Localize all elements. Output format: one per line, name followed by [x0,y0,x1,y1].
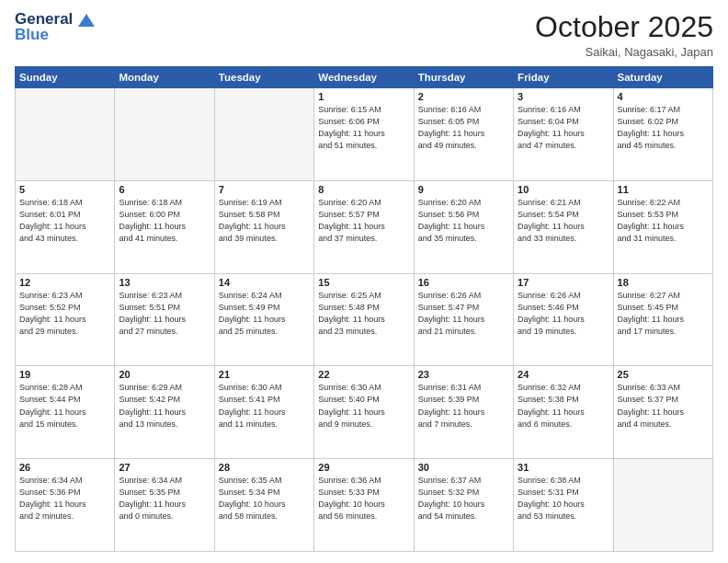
day-info: Sunrise: 6:34 AM Sunset: 5:35 PM Dayligh… [119,475,210,523]
day-info: Sunrise: 6:37 AM Sunset: 5:32 PM Dayligh… [418,475,509,523]
calendar-cell: 25Sunrise: 6:33 AM Sunset: 5:37 PM Dayli… [613,366,712,459]
day-number: 13 [119,277,210,288]
day-info: Sunrise: 6:18 AM Sunset: 6:01 PM Dayligh… [19,197,110,245]
day-number: 2 [418,91,509,102]
calendar-cell: 2Sunrise: 6:16 AM Sunset: 6:05 PM Daylig… [414,88,513,181]
calendar-page: General Blue October 2025 Saikai, Nagasa… [0,0,728,563]
day-number: 16 [418,277,509,288]
day-number: 24 [518,369,609,380]
calendar-cell: 16Sunrise: 6:26 AM Sunset: 5:47 PM Dayli… [414,273,513,366]
day-number: 19 [19,369,110,380]
calendar-cell [16,88,115,181]
day-number: 23 [418,369,509,380]
calendar-table: Sunday Monday Tuesday Wednesday Thursday… [15,66,713,552]
calendar-cell: 4Sunrise: 6:17 AM Sunset: 6:02 PM Daylig… [613,88,712,181]
header-thursday: Thursday [414,67,513,88]
day-number: 14 [219,277,310,288]
title-block: October 2025 Saikai, Nagasaki, Japan [535,11,713,59]
calendar-cell [214,88,313,181]
calendar-week-row: 5Sunrise: 6:18 AM Sunset: 6:01 PM Daylig… [16,180,713,273]
day-number: 3 [518,91,609,102]
calendar-cell: 13Sunrise: 6:23 AM Sunset: 5:51 PM Dayli… [115,273,214,366]
day-info: Sunrise: 6:15 AM Sunset: 6:06 PM Dayligh… [318,104,409,152]
calendar-cell: 6Sunrise: 6:18 AM Sunset: 6:00 PM Daylig… [115,180,214,273]
calendar-cell: 30Sunrise: 6:37 AM Sunset: 5:32 PM Dayli… [414,459,513,552]
day-info: Sunrise: 6:28 AM Sunset: 5:44 PM Dayligh… [19,382,110,430]
calendar-cell: 14Sunrise: 6:24 AM Sunset: 5:49 PM Dayli… [214,273,313,366]
day-info: Sunrise: 6:16 AM Sunset: 6:04 PM Dayligh… [518,104,609,152]
day-number: 25 [618,369,709,380]
header: General Blue October 2025 Saikai, Nagasa… [15,11,713,59]
calendar-week-row: 26Sunrise: 6:34 AM Sunset: 5:36 PM Dayli… [16,459,713,552]
calendar-cell: 7Sunrise: 6:19 AM Sunset: 5:58 PM Daylig… [214,180,313,273]
calendar-cell: 23Sunrise: 6:31 AM Sunset: 5:39 PM Dayli… [414,366,513,459]
calendar-cell: 20Sunrise: 6:29 AM Sunset: 5:42 PM Dayli… [115,366,214,459]
header-tuesday: Tuesday [214,67,313,88]
day-number: 21 [219,369,310,380]
header-saturday: Saturday [613,67,712,88]
day-info: Sunrise: 6:17 AM Sunset: 6:02 PM Dayligh… [618,104,709,152]
day-number: 31 [518,462,609,473]
day-number: 26 [19,462,110,473]
day-number: 18 [618,277,709,288]
day-info: Sunrise: 6:24 AM Sunset: 5:49 PM Dayligh… [219,290,310,338]
day-info: Sunrise: 6:31 AM Sunset: 5:39 PM Dayligh… [418,382,509,430]
day-number: 27 [119,462,210,473]
day-info: Sunrise: 6:33 AM Sunset: 5:37 PM Dayligh… [618,382,709,430]
weekday-header-row: Sunday Monday Tuesday Wednesday Thursday… [16,67,713,88]
calendar-cell [613,459,712,552]
logo: General Blue [15,11,95,43]
calendar-cell: 31Sunrise: 6:38 AM Sunset: 5:31 PM Dayli… [514,459,613,552]
day-info: Sunrise: 6:20 AM Sunset: 5:56 PM Dayligh… [418,197,509,245]
day-info: Sunrise: 6:25 AM Sunset: 5:48 PM Dayligh… [318,290,409,338]
day-number: 8 [318,184,409,195]
logo-blue: Blue [15,27,49,44]
day-info: Sunrise: 6:36 AM Sunset: 5:33 PM Dayligh… [318,475,409,523]
month-title: October 2025 [535,11,713,43]
header-wednesday: Wednesday [314,67,414,88]
day-number: 5 [19,184,110,195]
calendar-cell: 10Sunrise: 6:21 AM Sunset: 5:54 PM Dayli… [514,180,613,273]
calendar-cell: 29Sunrise: 6:36 AM Sunset: 5:33 PM Dayli… [314,459,414,552]
day-info: Sunrise: 6:30 AM Sunset: 5:41 PM Dayligh… [219,382,310,430]
day-info: Sunrise: 6:23 AM Sunset: 5:51 PM Dayligh… [119,290,210,338]
calendar-cell: 28Sunrise: 6:35 AM Sunset: 5:34 PM Dayli… [214,459,313,552]
day-number: 17 [518,277,609,288]
day-info: Sunrise: 6:22 AM Sunset: 5:53 PM Dayligh… [618,197,709,245]
day-info: Sunrise: 6:34 AM Sunset: 5:36 PM Dayligh… [19,475,110,523]
calendar-week-row: 1Sunrise: 6:15 AM Sunset: 6:06 PM Daylig… [16,88,713,181]
day-info: Sunrise: 6:29 AM Sunset: 5:42 PM Dayligh… [119,382,210,430]
day-number: 7 [219,184,310,195]
location-subtitle: Saikai, Nagasaki, Japan [535,45,713,59]
calendar-body: 1Sunrise: 6:15 AM Sunset: 6:06 PM Daylig… [16,88,713,552]
calendar-cell: 1Sunrise: 6:15 AM Sunset: 6:06 PM Daylig… [314,88,414,181]
day-number: 6 [119,184,210,195]
svg-marker-0 [78,14,95,27]
day-number: 4 [618,91,709,102]
calendar-cell: 3Sunrise: 6:16 AM Sunset: 6:04 PM Daylig… [514,88,613,181]
calendar-cell: 22Sunrise: 6:30 AM Sunset: 5:40 PM Dayli… [314,366,414,459]
day-info: Sunrise: 6:18 AM Sunset: 6:00 PM Dayligh… [119,197,210,245]
calendar-cell: 9Sunrise: 6:20 AM Sunset: 5:56 PM Daylig… [414,180,513,273]
day-info: Sunrise: 6:27 AM Sunset: 5:45 PM Dayligh… [618,290,709,338]
day-info: Sunrise: 6:35 AM Sunset: 5:34 PM Dayligh… [219,475,310,523]
calendar-cell: 5Sunrise: 6:18 AM Sunset: 6:01 PM Daylig… [16,180,115,273]
header-monday: Monday [115,67,214,88]
header-friday: Friday [514,67,613,88]
day-number: 10 [518,184,609,195]
calendar-cell: 21Sunrise: 6:30 AM Sunset: 5:41 PM Dayli… [214,366,313,459]
header-sunday: Sunday [16,67,115,88]
day-number: 15 [318,277,409,288]
day-info: Sunrise: 6:23 AM Sunset: 5:52 PM Dayligh… [19,290,110,338]
day-info: Sunrise: 6:26 AM Sunset: 5:46 PM Dayligh… [518,290,609,338]
calendar-cell: 18Sunrise: 6:27 AM Sunset: 5:45 PM Dayli… [613,273,712,366]
calendar-cell: 12Sunrise: 6:23 AM Sunset: 5:52 PM Dayli… [16,273,115,366]
day-number: 28 [219,462,310,473]
day-info: Sunrise: 6:19 AM Sunset: 5:58 PM Dayligh… [219,197,310,245]
calendar-cell: 27Sunrise: 6:34 AM Sunset: 5:35 PM Dayli… [115,459,214,552]
day-info: Sunrise: 6:21 AM Sunset: 5:54 PM Dayligh… [518,197,609,245]
day-number: 1 [318,91,409,102]
day-number: 9 [418,184,509,195]
day-info: Sunrise: 6:16 AM Sunset: 6:05 PM Dayligh… [418,104,509,152]
calendar-cell: 24Sunrise: 6:32 AM Sunset: 5:38 PM Dayli… [514,366,613,459]
